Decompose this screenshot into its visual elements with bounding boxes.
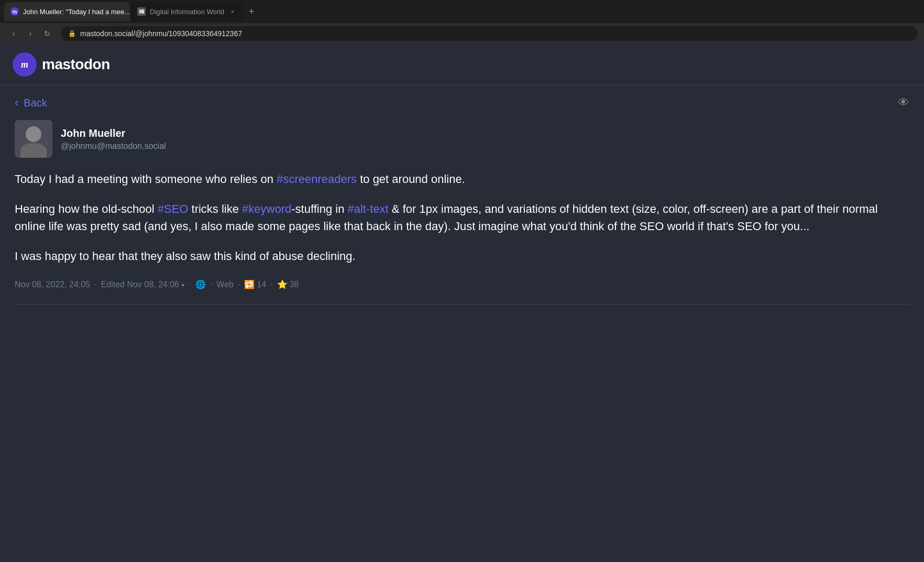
avatar[interactable] [15,120,52,158]
author-row: John Mueller @johnmu@mastodon.social [15,120,909,158]
hashtag-keyword[interactable]: #keyword [242,202,291,215]
tab-diw-close[interactable]: × [228,7,237,16]
tab-favicon-diw: 📰 [137,7,146,16]
svg-text:m: m [21,59,28,70]
edited-label: Edited Nov 08, 24:06 ▾ [101,280,185,289]
fav-count[interactable]: ⭐ 38 [277,279,299,289]
dot-4: · [238,280,240,289]
post-paragraph-3: I was happy to hear that they also saw t… [15,247,909,265]
globe-icon: 🌐 [195,279,206,289]
logo-text: mastodon [42,56,110,73]
address-bar: ‹ › ↻ 🔒 mastodon.social/@johnmu/10930408… [0,23,924,44]
dot-5: · [270,280,272,289]
post-paragraph-1: Today I had a meeting with someone who r… [15,170,909,188]
mastodon-header: m mastodon [0,44,924,85]
back-nav-button[interactable]: ‹ [6,26,21,41]
boost-number: 14 [257,280,266,289]
browser-chrome: m John Mueller: "Today I had a mee... × … [0,0,924,44]
dot-3: · [210,280,212,289]
mastodon-logo-icon: m [13,52,37,77]
dot-1: · [94,280,96,289]
hashtag-screenreaders[interactable]: #screenreaders [277,172,357,186]
back-bar: ‹ Back 👁 [0,85,924,120]
page-content: m mastodon ‹ Back 👁 John [0,44,924,562]
post-body: Today I had a meeting with someone who r… [15,170,909,265]
refresh-button[interactable]: ↻ [40,26,54,41]
back-chevron-icon: ‹ [15,96,18,110]
post-meta: Nov 08, 2022, 24:05 · Edited Nov 08, 24:… [15,279,909,289]
mastodon-svg-icon: m [15,55,34,74]
boost-icon: 🔁 [244,279,255,289]
tab-mastodon-label: John Mueller: "Today I had a mee... [23,8,130,16]
visibility-icon[interactable]: 👁 [898,96,909,110]
tab-bar: m John Mueller: "Today I had a mee... × … [0,0,924,23]
edited-dropdown-arrow[interactable]: ▾ [181,282,184,289]
new-tab-button[interactable]: + [244,4,259,19]
lock-icon: 🔒 [68,30,76,37]
author-name[interactable]: John Mueller [61,127,166,139]
post-date: Nov 08, 2022, 24:05 [15,280,90,289]
fav-icon: ⭐ [277,279,288,289]
post-area: John Mueller @johnmu@mastodon.social Tod… [0,120,924,304]
post-divider [15,304,909,305]
tab-diw-label: Digital Information World [150,8,224,16]
author-info: John Mueller @johnmu@mastodon.social [61,127,166,151]
mastodon-logo[interactable]: m mastodon [13,52,911,77]
thread-container: ‹ Back 👁 John Mueller @johnmu@mastodon.s… [0,85,924,305]
nav-buttons: ‹ › ↻ [6,26,54,41]
fav-number: 38 [290,280,299,289]
avatar-face [15,120,52,158]
back-label: Back [24,97,47,109]
dot-2: · [189,280,191,289]
tab-mastodon[interactable]: m John Mueller: "Today I had a mee... × [4,2,130,21]
platform-link[interactable]: Web [216,280,234,289]
forward-nav-button[interactable]: › [23,26,38,41]
boost-count[interactable]: 🔁 14 [244,279,266,289]
hashtag-seo[interactable]: #SEO [158,202,189,215]
tab-diw[interactable]: 📰 Digital Information World × [131,2,243,21]
url-bar[interactable]: 🔒 mastodon.social/@johnmu/10930408336491… [61,26,918,41]
hashtag-alt-text[interactable]: #alt-text [347,202,388,215]
url-text: mastodon.social/@johnmu/1093040833649123… [80,29,242,38]
back-button[interactable]: ‹ Back [15,96,47,110]
author-handle[interactable]: @johnmu@mastodon.social [61,142,166,151]
post-paragraph-2: Hearing how the old-school #SEO tricks l… [15,200,909,235]
tab-favicon-mastodon: m [10,7,19,16]
